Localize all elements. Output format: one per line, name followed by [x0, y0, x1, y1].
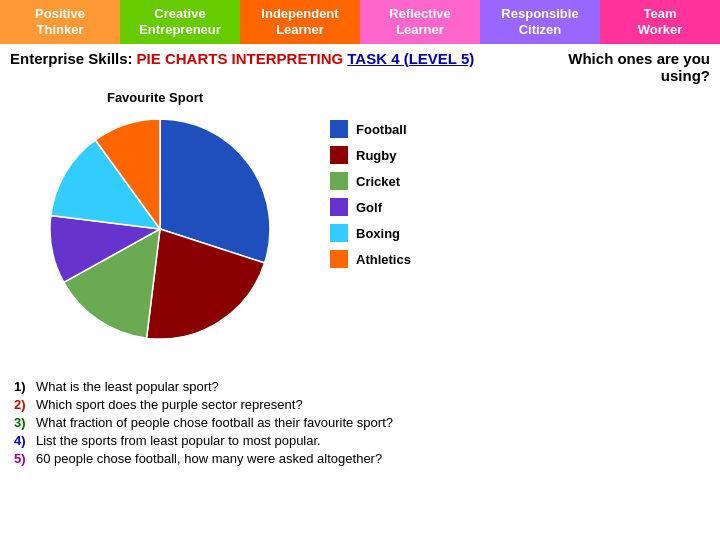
legend-item-athletics: Athletics — [330, 250, 411, 268]
legend-color-golf — [330, 198, 348, 216]
question-text-4: List the sports from least popular to mo… — [36, 433, 321, 448]
header-tabs: Positive ThinkerCreative EntrepreneurInd… — [0, 0, 720, 44]
legend-label-cricket: Cricket — [356, 174, 400, 189]
tab-responsible-citizen[interactable]: Responsible Citizen — [480, 0, 600, 44]
tab-creative-entrepreneur[interactable]: Creative Entrepreneur — [120, 0, 240, 44]
pie-charts-label: PIE CHARTS INTERPRETING — [137, 50, 344, 67]
chart-wrapper: Favourite Sport — [10, 90, 300, 369]
legend-label-boxing: Boxing — [356, 226, 400, 241]
tab-positive-thinker[interactable]: Positive Thinker — [0, 0, 120, 44]
question-text-3: What fraction of people chose football a… — [36, 415, 393, 430]
question-2: 2)Which sport does the purple sector rep… — [14, 397, 710, 412]
legend-item-golf: Golf — [330, 198, 411, 216]
questions-section: 1)What is the least popular sport?2)Whic… — [10, 379, 710, 466]
legend-label-athletics: Athletics — [356, 252, 411, 267]
question-num-5: 5) — [14, 451, 32, 466]
legend-color-athletics — [330, 250, 348, 268]
question-text-2: Which sport does the purple sector repre… — [36, 397, 303, 412]
legend-label-golf: Golf — [356, 200, 382, 215]
legend-color-cricket — [330, 172, 348, 190]
legend-item-cricket: Cricket — [330, 172, 411, 190]
tab-reflective-learner[interactable]: Reflective Learner — [360, 0, 480, 44]
task-label: TASK 4 (LEVEL 5) — [347, 50, 474, 67]
chart-section: Favourite Sport FootballRugbyCricketGolf… — [10, 90, 710, 369]
which-label: Which ones are youusing? — [568, 50, 710, 84]
question-1: 1)What is the least popular sport? — [14, 379, 710, 394]
question-num-1: 1) — [14, 379, 32, 394]
question-text-1: What is the least popular sport? — [36, 379, 219, 394]
tab-team-worker[interactable]: Team Worker — [600, 0, 720, 44]
question-num-3: 3) — [14, 415, 32, 430]
legend-item-football: Football — [330, 120, 411, 138]
enterprise-skill-label: Enterprise Skills: — [10, 50, 133, 67]
question-4: 4)List the sports from least popular to … — [14, 433, 710, 448]
legend: FootballRugbyCricketGolfBoxingAthletics — [330, 120, 411, 268]
legend-color-rugby — [330, 146, 348, 164]
legend-label-football: Football — [356, 122, 407, 137]
legend-color-football — [330, 120, 348, 138]
question-num-2: 2) — [14, 397, 32, 412]
question-3: 3)What fraction of people chose football… — [14, 415, 710, 430]
chart-title: Favourite Sport — [10, 90, 300, 105]
legend-label-rugby: Rugby — [356, 148, 396, 163]
question-text-5: 60 people chose football, how many were … — [36, 451, 382, 466]
main-content: Enterprise Skills: PIE CHARTS INTERPRETI… — [0, 44, 720, 475]
question-num-4: 4) — [14, 433, 32, 448]
legend-color-boxing — [330, 224, 348, 242]
pie-chart — [40, 109, 300, 369]
title-row: Enterprise Skills: PIE CHARTS INTERPRETI… — [10, 50, 710, 84]
tab-independent-learner[interactable]: Independent Learner — [240, 0, 360, 44]
legend-item-boxing: Boxing — [330, 224, 411, 242]
legend-item-rugby: Rugby — [330, 146, 411, 164]
question-5: 5)60 people chose football, how many wer… — [14, 451, 710, 466]
